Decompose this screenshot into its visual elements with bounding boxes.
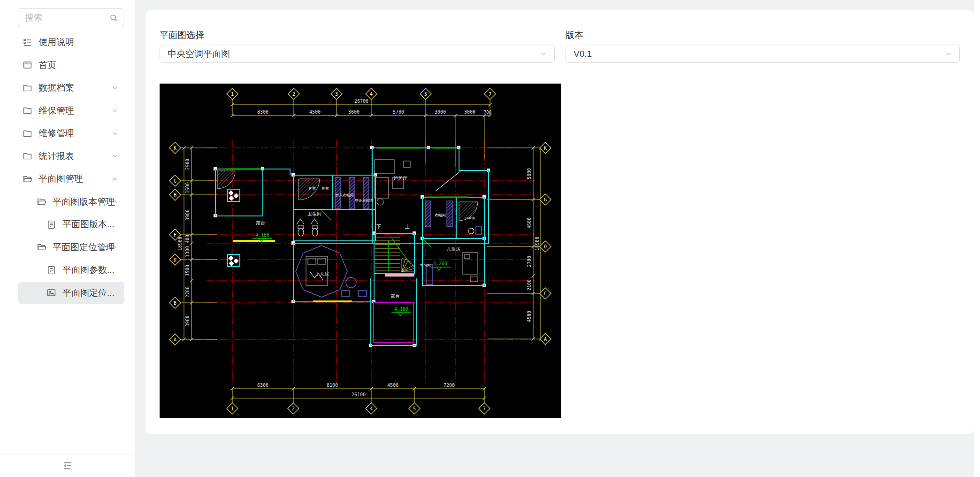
chevron-down-icon bbox=[944, 50, 953, 58]
room-label-kids: 儿童房 bbox=[446, 246, 460, 252]
svg-text:7200: 7200 bbox=[444, 383, 455, 388]
svg-text:26100: 26100 bbox=[352, 392, 366, 397]
folder-icon bbox=[23, 129, 32, 138]
room-label-closet-right: 衣帽间 bbox=[435, 213, 446, 217]
svg-text:1300: 1300 bbox=[185, 246, 190, 257]
svg-text:K: K bbox=[544, 146, 547, 151]
svg-text:18900: 18900 bbox=[535, 237, 540, 251]
plan-select[interactable]: 中央空调平面图 bbox=[160, 45, 555, 63]
chevron-up-icon bbox=[112, 176, 118, 182]
plan-select-value: 中央空调平面图 bbox=[168, 48, 230, 60]
svg-text:18900: 18900 bbox=[177, 237, 183, 251]
elevation-right: 4.180 bbox=[394, 307, 408, 312]
sidebar-item-floorplan-locate[interactable]: 平面图定位... bbox=[18, 282, 124, 305]
folder-icon bbox=[23, 151, 32, 161]
sidebar-item-floorplan-version-mgmt[interactable]: 平面图版本管理 bbox=[18, 191, 124, 214]
sidebar-item-label: 平面图版本管理 bbox=[53, 196, 115, 208]
chevron-down-icon bbox=[112, 131, 118, 137]
stair-down-label: 下 bbox=[376, 224, 381, 229]
chevron-up-icon bbox=[112, 199, 118, 205]
svg-text:6300: 6300 bbox=[257, 383, 268, 388]
room-label-bath-right: 卫生间 bbox=[464, 216, 475, 221]
svg-text:8300: 8300 bbox=[257, 109, 268, 115]
svg-text:B: B bbox=[174, 300, 176, 306]
sidebar-item-label: 维保管理 bbox=[38, 105, 74, 117]
sidebar-item-label: 平面图定位... bbox=[62, 287, 115, 299]
sidebar-item-maintenance-mgmt[interactable]: 维保管理 bbox=[18, 100, 124, 123]
svg-text:A: A bbox=[544, 337, 547, 342]
sidebar-item-floorplan-params[interactable]: 平面图参数... bbox=[18, 259, 124, 282]
svg-text:5: 5 bbox=[424, 92, 427, 97]
elevation-left: 4.180 bbox=[255, 232, 269, 238]
chevron-down-icon bbox=[112, 153, 118, 159]
sidebar-item-label: 统计报表 bbox=[38, 150, 74, 162]
svg-text:3000: 3000 bbox=[464, 109, 475, 115]
svg-text:4500: 4500 bbox=[309, 109, 321, 115]
svg-text:1: 1 bbox=[231, 406, 234, 411]
chevron-down-icon bbox=[539, 50, 548, 58]
scrollbar[interactable] bbox=[974, 0, 980, 477]
svg-text:G: G bbox=[174, 178, 176, 184]
file-icon bbox=[46, 265, 56, 275]
svg-text:1: 1 bbox=[231, 92, 234, 97]
svg-text:3900: 3900 bbox=[185, 315, 190, 327]
elevation-study: 4.200 bbox=[433, 261, 447, 266]
svg-text:4: 4 bbox=[370, 92, 373, 97]
svg-text:2100: 2100 bbox=[527, 279, 532, 291]
svg-text:7: 7 bbox=[483, 406, 486, 411]
sidebar-item-repair-mgmt[interactable]: 维修管理 bbox=[18, 122, 124, 145]
svg-text:4600: 4600 bbox=[527, 217, 532, 229]
sidebar-item-label: 使用说明 bbox=[38, 36, 74, 48]
room-label-study: 学习间 bbox=[420, 263, 431, 268]
sidebar-item-usage[interactable]: 使用说明 bbox=[18, 31, 124, 54]
version-select-label: 版本 bbox=[566, 29, 583, 41]
version-select-value: V0.1 bbox=[574, 49, 592, 59]
version-select[interactable]: V0.1 bbox=[566, 45, 960, 63]
sidebar-item-floorplan-locate-mgmt[interactable]: 平面图定位管理 bbox=[18, 236, 124, 259]
floorplan-grid-and-dims: 12345712457KGHFDBAKGDCA83004500360057003… bbox=[169, 88, 551, 414]
room-label-bath-left: 卫生间 bbox=[307, 211, 322, 216]
svg-text:D: D bbox=[544, 244, 547, 249]
svg-text:2900: 2900 bbox=[185, 159, 190, 170]
sidebar-item-floorplan-mgmt[interactable]: 平面图管理 bbox=[18, 168, 124, 191]
svg-text:8100: 8100 bbox=[327, 383, 338, 388]
svg-text:2: 2 bbox=[292, 406, 295, 411]
search-input[interactable] bbox=[24, 12, 109, 23]
plan-select-label: 平面图选择 bbox=[160, 29, 204, 41]
svg-text:1500: 1500 bbox=[185, 265, 190, 276]
folder-open-icon bbox=[37, 197, 46, 207]
room-label-overall-closet: 整体衣帽间 bbox=[355, 199, 374, 203]
svg-text:3600: 3600 bbox=[348, 109, 360, 115]
svg-text:5700: 5700 bbox=[393, 109, 404, 115]
sidebar-item-label: 维修管理 bbox=[38, 127, 74, 139]
folder-icon bbox=[23, 106, 32, 115]
svg-text:D: D bbox=[174, 257, 176, 262]
search-box[interactable] bbox=[18, 8, 124, 27]
svg-text:4500: 4500 bbox=[527, 311, 532, 322]
sidebar-item-label: 首页 bbox=[38, 59, 56, 71]
svg-text:K: K bbox=[174, 146, 176, 151]
chevron-up-icon bbox=[112, 244, 118, 250]
svg-text:5: 5 bbox=[413, 406, 416, 411]
sidebar-item-statistics[interactable]: 统计报表 bbox=[18, 145, 124, 168]
svg-text:400: 400 bbox=[185, 235, 190, 243]
collapse-sidebar-button[interactable] bbox=[61, 459, 75, 473]
file-icon bbox=[46, 220, 56, 230]
sidebar-item-home[interactable]: 首页 bbox=[18, 54, 124, 77]
svg-text:3000: 3000 bbox=[435, 109, 446, 115]
svg-text:26700: 26700 bbox=[354, 99, 368, 104]
room-label-terrace-left: 露台 bbox=[256, 220, 265, 225]
room-label-living: 起居厅 bbox=[393, 176, 407, 181]
menu-fold-icon bbox=[62, 460, 73, 471]
room-label-dressing-1: 更衣 bbox=[308, 186, 316, 191]
floorplan-image: 12345712457KGHFDBAKGDCA83004500360057003… bbox=[160, 84, 561, 418]
sidebar-item-data-archive[interactable]: 数据档案 bbox=[18, 77, 124, 100]
svg-text:4500: 4500 bbox=[387, 383, 398, 388]
floorplan-svg: 12345712457KGHFDBAKGDCA83004500360057003… bbox=[160, 84, 561, 418]
svg-text:1600: 1600 bbox=[185, 182, 190, 193]
svg-text:C: C bbox=[544, 291, 547, 296]
svg-text:F: F bbox=[174, 232, 176, 238]
search-icon bbox=[109, 13, 118, 23]
sidebar-item-floorplan-version[interactable]: 平面图版本... bbox=[18, 213, 124, 236]
list-icon bbox=[23, 38, 32, 47]
